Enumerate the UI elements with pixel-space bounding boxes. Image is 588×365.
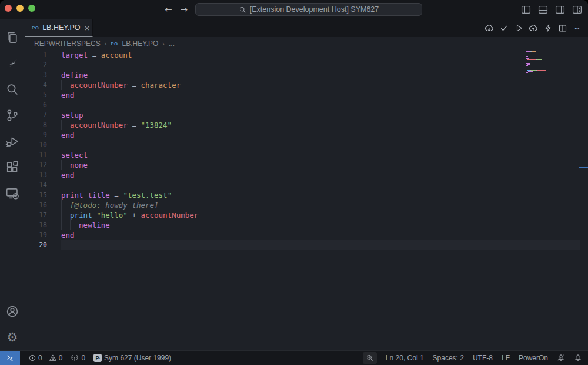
breadcrumb-symbol[interactable]: ... (169, 39, 175, 48)
split-editor-icon[interactable] (558, 24, 567, 33)
code-line[interactable]: 3define (25, 70, 580, 80)
close-window-button[interactable] (5, 5, 12, 12)
window-controls (5, 5, 35, 12)
code-editor[interactable]: 1target = account23define4accountNumber … (25, 50, 588, 350)
code-line[interactable]: 14 (25, 180, 580, 190)
line-number: 16 (25, 200, 61, 210)
cloud-download-icon[interactable] (485, 24, 494, 33)
code-line[interactable]: 7setup (25, 110, 580, 120)
line-number: 4 (25, 80, 61, 90)
run-icon[interactable] (514, 24, 523, 33)
poweron-connection-status[interactable]: P› Sym 627 (User 1999) (93, 351, 171, 365)
accounts-icon[interactable] (0, 298, 25, 324)
zoom-status[interactable] (363, 352, 377, 364)
line-number: 17 (25, 210, 61, 220)
command-center[interactable]: [Extension Development Host] SYM627 (195, 3, 422, 16)
poweron-badge-icon: P› (93, 354, 102, 362)
activity-bar: ⚙ (0, 19, 25, 350)
code-line[interactable]: 19end (25, 230, 580, 240)
breadcrumb-folder[interactable]: REPWRITERSPECS (34, 39, 101, 48)
code-line[interactable]: 13end (25, 170, 580, 180)
minimize-window-button[interactable] (16, 5, 24, 12)
tab-close-icon[interactable]: × (84, 24, 91, 32)
breadcrumb-file[interactable]: LB.HEY.PO (122, 39, 159, 48)
tab-bar: PO LB.HEY.PO × (25, 19, 588, 37)
remote-icon (6, 354, 14, 362)
cloud-upload-icon[interactable] (529, 24, 538, 33)
status-bar: 0 0 0 P› Sym 6 (0, 350, 588, 365)
po-file-icon: PO (32, 25, 39, 31)
po-file-icon: PO (111, 41, 118, 47)
navigate-back-icon[interactable]: ← (165, 4, 172, 15)
zoom-window-button[interactable] (28, 5, 35, 12)
code-line[interactable]: 11select (25, 150, 580, 160)
code-line[interactable]: 12none (25, 160, 580, 170)
line-number: 10 (25, 140, 61, 150)
eol-status[interactable]: LF (502, 351, 510, 365)
code-line[interactable]: 1target = account (25, 50, 580, 60)
code-line[interactable]: 15print title = "test.test" (25, 190, 580, 200)
code-line[interactable]: 20 (25, 240, 580, 250)
notifications-status[interactable] (574, 351, 582, 365)
code-line[interactable]: 9end (25, 130, 580, 140)
warning-count: 0 (59, 354, 63, 362)
code-line[interactable]: 18newline (25, 220, 580, 230)
run-and-debug-icon[interactable] (0, 128, 25, 154)
do-not-disturb-status[interactable] (557, 351, 565, 365)
line-number: 8 (25, 120, 61, 130)
line-number: 6 (25, 100, 61, 110)
vscode-window: ← → [Extension Development Host] SYM627 (0, 0, 588, 365)
check-icon[interactable] (499, 24, 509, 33)
line-number: 14 (25, 180, 61, 190)
language-mode-status[interactable]: PowerOn (519, 351, 548, 365)
code-line[interactable]: 16[@todo: howdy there] (25, 200, 580, 210)
line-number: 5 (25, 90, 61, 100)
connection-label: Sym 627 (User 1999) (104, 354, 171, 362)
indentation-status[interactable]: Spaces: 2 (433, 351, 464, 365)
line-number: 19 (25, 230, 61, 240)
minimap[interactable] (526, 51, 552, 74)
code-line[interactable]: 17print "hello" + accountNumber (25, 210, 580, 220)
line-number: 2 (25, 60, 61, 70)
code-line[interactable]: 10 (25, 140, 580, 150)
cursor-position-status[interactable]: Ln 20, Col 1 (386, 351, 424, 365)
ports-status[interactable]: 0 (71, 351, 85, 365)
line-number: 15 (25, 190, 61, 200)
explorer-icon[interactable] (0, 25, 25, 51)
remote-indicator[interactable] (0, 351, 20, 365)
toggle-primary-sidebar-icon[interactable] (521, 5, 531, 15)
line-number: 9 (25, 130, 61, 140)
search-view-icon[interactable] (0, 77, 25, 102)
source-control-icon[interactable] (0, 102, 25, 128)
line-number: 12 (25, 160, 61, 170)
code-line[interactable]: 8accountNumber = "13824" (25, 120, 580, 130)
error-count: 0 (38, 354, 42, 362)
extensions-icon[interactable] (0, 154, 25, 180)
lightning-icon[interactable] (543, 24, 553, 33)
remote-explorer-icon[interactable] (0, 180, 25, 206)
code-lines[interactable]: 1target = account23define4accountNumber … (25, 50, 580, 250)
customize-layout-icon[interactable] (572, 5, 582, 15)
more-actions-icon[interactable]: ⋯ (573, 24, 582, 32)
code-line[interactable]: 4accountNumber = character (25, 80, 580, 90)
line-number: 3 (25, 70, 61, 80)
radio-tower-icon (71, 354, 79, 362)
code-line[interactable]: 6 (25, 100, 580, 110)
breadcrumb: REPWRITERSPECS › PO LB.HEY.PO › ... (25, 37, 588, 50)
bell-icon (574, 354, 582, 362)
line-number: 18 (25, 220, 61, 230)
line-number: 20 (25, 240, 61, 250)
encoding-status[interactable]: UTF-8 (473, 351, 493, 365)
code-line[interactable]: 2 (25, 60, 580, 70)
code-line[interactable]: 5end (25, 90, 580, 100)
poweron-extension-logo-icon[interactable] (0, 51, 25, 77)
problems-status[interactable]: 0 0 (28, 351, 62, 365)
toggle-secondary-sidebar-icon[interactable] (555, 5, 565, 15)
title-bar: ← → [Extension Development Host] SYM627 (0, 0, 588, 19)
command-center-label: [Extension Development Host] SYM627 (250, 5, 379, 14)
tab-lb-hey-po[interactable]: PO LB.HEY.PO × (25, 19, 93, 37)
settings-gear-icon[interactable]: ⚙ (0, 324, 25, 350)
toggle-panel-icon[interactable] (538, 5, 548, 15)
error-icon (28, 354, 36, 362)
navigate-forward-icon[interactable]: → (181, 4, 188, 15)
